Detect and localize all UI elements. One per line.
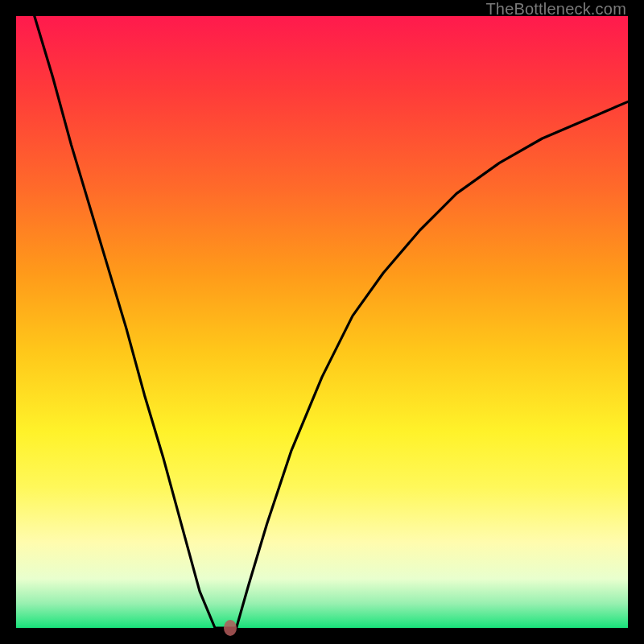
watermark-text: TheBottleneck.com bbox=[485, 0, 626, 19]
optimum-marker bbox=[224, 620, 237, 636]
curve-path bbox=[35, 16, 628, 628]
chart-frame: TheBottleneck.com bbox=[0, 0, 644, 644]
bottleneck-curve bbox=[16, 16, 628, 628]
